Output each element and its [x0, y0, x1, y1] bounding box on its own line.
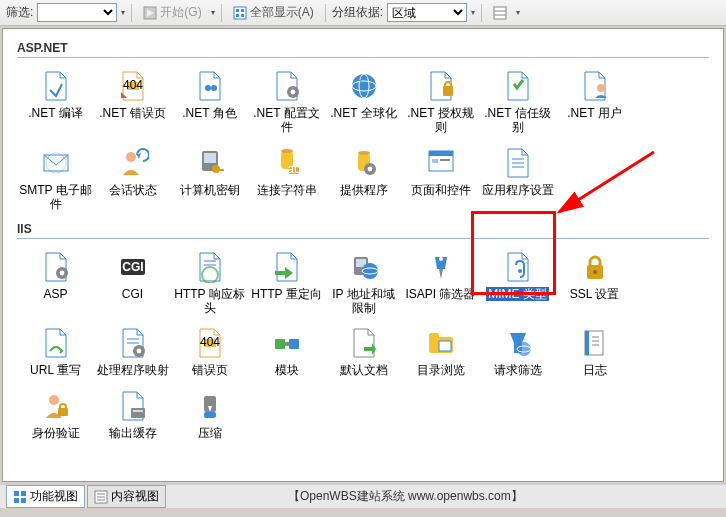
- svg-rect-66: [289, 339, 299, 349]
- group-rule: [17, 238, 709, 239]
- view-dropdown-icon[interactable]: ▾: [516, 8, 520, 17]
- feature-modules[interactable]: 模块: [248, 321, 325, 383]
- feature-label: .NET 配置文件: [250, 106, 323, 135]
- feature-session[interactable]: 会话状态: [94, 141, 171, 218]
- feature-net-roles[interactable]: .NET 角色: [171, 64, 248, 141]
- separator: [221, 4, 222, 22]
- logging-icon: [579, 327, 611, 359]
- feature-output-cache[interactable]: 输出缓存: [94, 384, 171, 446]
- feature-label: 提供程序: [340, 183, 388, 197]
- feature-net-errors[interactable]: 404.NET 错误页: [94, 64, 171, 141]
- feature-http-resp[interactable]: HTTP 响应标头: [171, 245, 248, 322]
- cgi-icon: CGI: [117, 251, 149, 283]
- svg-rect-27: [218, 169, 224, 171]
- isapi-icon: [425, 251, 457, 283]
- tab-content-view[interactable]: 内容视图: [87, 485, 166, 508]
- svg-rect-67: [285, 342, 289, 346]
- app-settings-icon: [502, 147, 534, 179]
- feature-net-trust[interactable]: .NET 信任级别: [479, 64, 556, 141]
- separator: [481, 4, 482, 22]
- feature-dir-browse[interactable]: 目录浏览: [402, 321, 479, 383]
- svg-rect-4: [236, 14, 239, 17]
- feature-conn-str[interactable]: ab连接字符串: [248, 141, 325, 218]
- svg-rect-70: [439, 341, 451, 351]
- feature-cgi[interactable]: CGICGI: [94, 245, 171, 322]
- error-pages-icon: 404: [194, 327, 226, 359]
- svg-point-71: [517, 342, 531, 356]
- feature-net-auth[interactable]: .NET 授权规则: [402, 64, 479, 141]
- feature-label: SMTP 电子邮件: [19, 183, 92, 212]
- feature-url-rewrite[interactable]: URL 重写: [17, 321, 94, 383]
- content-view-icon: [94, 490, 108, 504]
- feature-providers[interactable]: 提供程序: [325, 141, 402, 218]
- default-doc-icon: [348, 327, 380, 359]
- feature-net-compile[interactable]: .NET 编译: [17, 64, 94, 141]
- feature-label: .NET 用户: [567, 106, 621, 120]
- svg-rect-84: [204, 412, 216, 418]
- feature-http-redir[interactable]: HTTP 重定向: [248, 245, 325, 322]
- feature-net-config[interactable]: .NET 配置文件: [248, 64, 325, 141]
- feature-error-pages[interactable]: 404错误页: [171, 321, 248, 383]
- feature-label: HTTP 响应标头: [173, 287, 246, 316]
- svg-rect-5: [241, 14, 244, 17]
- filter-dropdown-icon[interactable]: ▾: [121, 8, 125, 17]
- compression-icon: [194, 390, 226, 422]
- feature-asp[interactable]: ASP: [17, 245, 94, 322]
- feature-smtp[interactable]: SMTP 电子邮件: [17, 141, 94, 218]
- svg-rect-74: [585, 331, 589, 355]
- feature-ssl[interactable]: SSL 设置: [556, 245, 633, 322]
- feature-pages-ctrls[interactable]: 页面和控件: [402, 141, 479, 218]
- feature-app-settings[interactable]: 应用程序设置: [479, 141, 556, 218]
- feature-machine-key[interactable]: 计算机密钥: [171, 141, 248, 218]
- filter-label: 筛选:: [6, 4, 33, 21]
- start-dropdown-icon[interactable]: ▾: [211, 8, 215, 17]
- view-icon: [493, 6, 507, 20]
- feature-label: 身份验证: [32, 426, 80, 440]
- groupby-label: 分组依据:: [332, 4, 383, 21]
- net-users-icon: [579, 70, 611, 102]
- net-roles-icon: [194, 70, 226, 102]
- view-button[interactable]: [488, 4, 512, 22]
- feature-net-global[interactable]: .NET 全球化: [325, 64, 402, 141]
- tab-features-view[interactable]: 功能视图: [6, 485, 85, 508]
- svg-rect-81: [131, 408, 145, 418]
- svg-rect-37: [429, 151, 453, 156]
- svg-point-29: [281, 149, 293, 153]
- svg-rect-65: [275, 339, 285, 349]
- svg-rect-88: [14, 498, 19, 503]
- feature-authn[interactable]: 身份验证: [17, 384, 94, 446]
- feature-label: .NET 授权规则: [404, 106, 477, 135]
- feature-label: 会话状态: [109, 183, 157, 197]
- start-button[interactable]: 开始(G): [138, 2, 206, 23]
- group-title: ASP.NET: [17, 41, 709, 55]
- feature-label: 输出缓存: [109, 426, 157, 440]
- svg-text:ab: ab: [287, 162, 301, 176]
- mime-icon: [502, 251, 534, 283]
- feature-isapi[interactable]: ISAPI 筛选器: [402, 245, 479, 322]
- groupby-dropdown-icon[interactable]: ▾: [471, 8, 475, 17]
- feature-label: 应用程序设置: [482, 183, 554, 197]
- ip-domain-icon: [348, 251, 380, 283]
- svg-rect-39: [440, 159, 450, 161]
- view-tabs: 功能视图 内容视图 【OpenWBS建站系统 www.openwbs.com】: [0, 484, 726, 508]
- feature-logging[interactable]: 日志: [556, 321, 633, 383]
- filter-select[interactable]: [37, 3, 117, 22]
- svg-rect-2: [236, 9, 239, 12]
- http-redir-icon: [271, 251, 303, 283]
- feature-label: IP 地址和域限制: [327, 287, 400, 316]
- feature-net-users[interactable]: .NET 用户: [556, 64, 633, 141]
- feature-handlers[interactable]: 处理程序映射: [94, 321, 171, 383]
- groupby-select[interactable]: 区域: [387, 3, 467, 22]
- feature-mime[interactable]: MIME 类型: [479, 245, 556, 322]
- providers-icon: [348, 147, 380, 179]
- feature-label: 计算机密钥: [180, 183, 240, 197]
- svg-rect-86: [14, 491, 19, 496]
- showall-button[interactable]: 全部显示(A): [228, 2, 319, 23]
- feature-default-doc[interactable]: 默认文档: [325, 321, 402, 383]
- net-compile-icon: [40, 70, 72, 102]
- icon-grid: .NET 编译404.NET 错误页.NET 角色.NET 配置文件.NET 全…: [17, 64, 709, 218]
- feature-label: 压缩: [198, 426, 222, 440]
- feature-req-filter[interactable]: 请求筛选: [479, 321, 556, 383]
- feature-ip-domain[interactable]: IP 地址和域限制: [325, 245, 402, 322]
- feature-compression[interactable]: 压缩: [171, 384, 248, 446]
